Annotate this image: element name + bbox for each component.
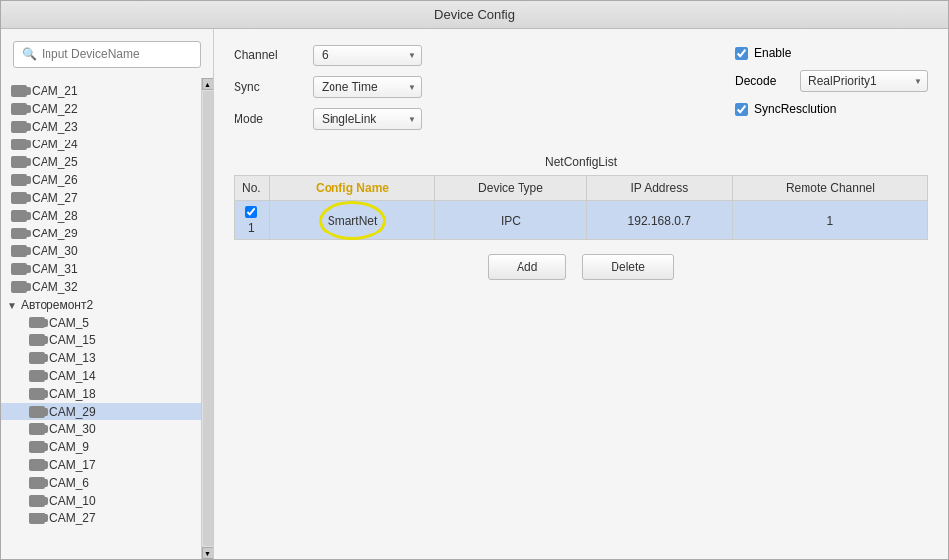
net-config-title: NetConfigList	[234, 155, 928, 169]
sync-select-wrapper: Zone Time NTP Manual	[313, 76, 422, 98]
list-item[interactable]: CAM_9	[1, 438, 201, 456]
config-name-wrapper: SmartNet	[328, 214, 378, 228]
mode-row: Mode SingleLink MultiLink	[234, 108, 422, 130]
sync-row: Sync Zone Time NTP Manual	[234, 76, 422, 98]
cam-icon	[29, 406, 45, 418]
col-header-config-name: Config Name	[269, 176, 435, 201]
form-area: Channel 6 1 2 3 Sync	[234, 45, 928, 140]
sync-resolution-checkbox[interactable]	[735, 103, 748, 116]
channel-select[interactable]: 6 1 2 3	[313, 45, 422, 66]
list-item[interactable]: CAM_24	[1, 136, 201, 153]
cell-config-name: SmartNet	[269, 201, 435, 240]
net-config-table: No. Config Name Device Type IP Address R…	[234, 175, 928, 240]
cam-icon	[29, 388, 45, 400]
cell-checkbox: 1	[235, 201, 270, 240]
row-checkbox[interactable]	[245, 206, 257, 218]
cam-icon	[29, 441, 45, 453]
search-input[interactable]	[42, 47, 192, 61]
cam-icon	[29, 459, 45, 471]
sync-label: Sync	[234, 80, 313, 94]
list-item[interactable]: CAM_23	[1, 118, 201, 136]
list-item[interactable]: CAM_28	[1, 207, 201, 225]
list-item[interactable]: CAM_25	[1, 153, 201, 171]
group-label: Авторемонт2	[21, 298, 93, 312]
cam-icon	[11, 139, 27, 150]
cam-icon	[11, 121, 27, 133]
list-item[interactable]: CAM_6	[1, 474, 201, 492]
list-item[interactable]: CAM_31	[1, 260, 201, 278]
list-item[interactable]: CAM_18	[1, 385, 201, 403]
sync-resolution-label: SyncResolution	[754, 102, 836, 116]
cam-icon	[29, 423, 45, 435]
sync-select[interactable]: Zone Time NTP Manual	[313, 76, 422, 98]
window-title: Device Config	[434, 7, 515, 22]
tree-group-avtoреmont2[interactable]: ▼ Авторемонт2	[1, 296, 201, 314]
cam-icon	[29, 334, 45, 346]
decode-row: Decode RealPriority1 RealPriority2	[735, 70, 928, 92]
list-item-selected[interactable]: CAM_29	[1, 403, 201, 420]
scroll-track	[203, 91, 213, 546]
scroll-down-btn[interactable]: ▼	[202, 547, 214, 559]
left-panel: 🔍 CAM_21 CAM_22 CAM_23 CAM_24 CAM_25 CAM…	[1, 29, 214, 559]
col-header-remote-channel: Remote Channel	[732, 176, 927, 201]
col-header-ip-address: IP Address	[586, 176, 732, 201]
right-panel: Channel 6 1 2 3 Sync	[214, 29, 948, 559]
cam-icon	[11, 281, 27, 293]
scroll-up-btn[interactable]: ▲	[202, 78, 214, 90]
cell-remote-channel: 1	[732, 201, 927, 240]
search-box[interactable]: 🔍	[13, 41, 201, 68]
list-item[interactable]: CAM_32	[1, 278, 201, 296]
cam-icon	[29, 352, 45, 364]
table-container: No. Config Name Device Type IP Address R…	[234, 175, 928, 240]
list-item[interactable]: CAM_27	[1, 189, 201, 207]
mode-label: Mode	[234, 112, 313, 126]
cam-icon	[29, 477, 45, 489]
mode-select-wrapper: SingleLink MultiLink	[313, 108, 422, 130]
list-item[interactable]: CAM_5	[1, 314, 201, 331]
cell-device-type: IPC	[435, 201, 586, 240]
list-item[interactable]: CAM_10	[1, 492, 201, 510]
cell-ip-address: 192.168.0.7	[586, 201, 732, 240]
table-row[interactable]: 1 SmartNet IPC 192.168.0.7	[235, 201, 928, 240]
enable-label: Enable	[754, 47, 791, 60]
cam-icon	[29, 495, 45, 507]
list-item[interactable]: CAM_30	[1, 242, 201, 260]
channel-label: Channel	[234, 48, 313, 62]
list-item[interactable]: CAM_30	[1, 420, 201, 438]
list-item[interactable]: CAM_13	[1, 349, 201, 367]
tree-container: CAM_21 CAM_22 CAM_23 CAM_24 CAM_25 CAM_2…	[1, 78, 201, 559]
list-item[interactable]: CAM_17	[1, 456, 201, 474]
mode-select[interactable]: SingleLink MultiLink	[313, 108, 422, 130]
net-config-section: NetConfigList No. Config Name Device Typ…	[234, 145, 928, 240]
cam-icon	[29, 317, 45, 328]
cam-icon	[11, 228, 27, 239]
list-item[interactable]: CAM_14	[1, 367, 201, 385]
scrollbar[interactable]: ▲ ▼	[201, 78, 213, 559]
cam-icon	[11, 245, 27, 257]
enable-checkbox[interactable]	[735, 47, 748, 60]
list-item[interactable]: CAM_26	[1, 171, 201, 189]
decode-select[interactable]: RealPriority1 RealPriority2	[800, 70, 928, 92]
cam-icon	[29, 513, 45, 524]
form-right: Enable Decode RealPriority1 RealPriority…	[735, 47, 928, 116]
highlight-circle	[319, 201, 386, 240]
list-item[interactable]: CAM_27	[1, 510, 201, 527]
add-button[interactable]: Add	[488, 254, 566, 280]
cam-icon	[11, 174, 27, 186]
list-item[interactable]: CAM_21	[1, 82, 201, 100]
channel-row: Channel 6 1 2 3	[234, 45, 422, 66]
main-window: Device Config 🔍 CAM_21 CAM_22 CAM_23 CAM…	[0, 0, 949, 560]
cam-icon	[11, 263, 27, 275]
list-item[interactable]: CAM_22	[1, 100, 201, 118]
cam-icon	[11, 156, 27, 168]
delete-button[interactable]: Delete	[582, 254, 674, 280]
decode-label: Decode	[735, 74, 790, 88]
cam-icon	[11, 210, 27, 222]
sync-resolution-row: SyncResolution	[735, 102, 928, 116]
list-item[interactable]: CAM_29	[1, 225, 201, 242]
col-header-no: No.	[235, 176, 270, 201]
collapse-arrow: ▼	[7, 300, 17, 311]
list-item[interactable]: CAM_15	[1, 331, 201, 349]
form-left: Channel 6 1 2 3 Sync	[234, 45, 422, 140]
cam-icon	[11, 192, 27, 204]
